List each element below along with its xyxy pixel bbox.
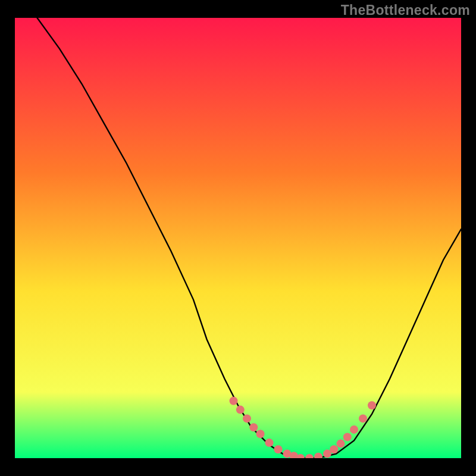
marker-point (359, 414, 367, 422)
marker-point (368, 401, 376, 409)
marker-point (337, 440, 345, 448)
marker-point (230, 397, 238, 405)
marker-point (243, 414, 251, 422)
marker-point (256, 430, 265, 438)
marker-point (236, 406, 245, 414)
marker-point (343, 433, 352, 441)
marker-point (265, 439, 274, 447)
watermark-text: TheBottleneck.com (341, 2, 470, 18)
marker-point (350, 425, 358, 434)
marker-point (274, 445, 283, 453)
bottleneck-chart (15, 18, 461, 458)
marker-point (249, 423, 258, 431)
marker-point (330, 445, 338, 453)
chart-viewport: TheBottleneck.com (0, 0, 476, 476)
plot-area (15, 18, 461, 458)
